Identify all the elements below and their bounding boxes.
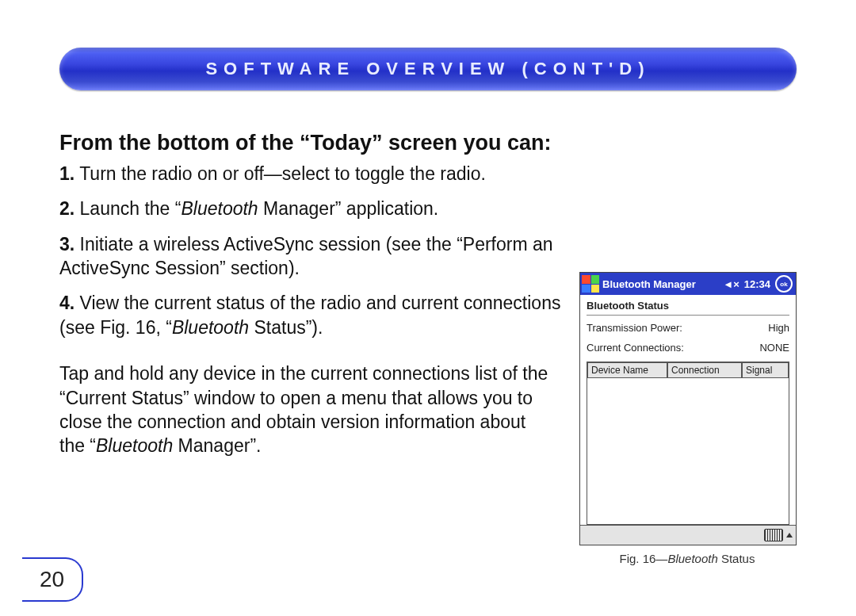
status-value: NONE	[759, 342, 789, 354]
titlebar-app-name: Bluetooth Manager	[602, 278, 720, 290]
italic-text: Bluetooth	[667, 552, 717, 565]
list-number: 4.	[59, 293, 75, 313]
pda-bottom-bar	[580, 525, 796, 545]
titlebar-time[interactable]: 12:34	[744, 278, 770, 290]
list-text: Initiate a wireless ActiveSync session (…	[59, 234, 553, 278]
numbered-list: 1. Turn the radio on or off—select to to…	[59, 162, 567, 339]
connections-table[interactable]: Device Name Connection Signal	[587, 362, 789, 525]
list-text: Turn the radio on or off—select to toggl…	[75, 163, 486, 184]
list-number: 3.	[59, 234, 75, 254]
status-value: High	[768, 322, 789, 334]
section-heading: From the bottom of the “Today” screen yo…	[59, 131, 801, 155]
header-title: SOFTWARE OVERVIEW (CONT'D)	[205, 59, 650, 79]
list-item: 3. Initiate a wireless ActiveSync sessio…	[59, 232, 567, 281]
italic-text: Bluetooth	[181, 198, 258, 219]
table-header-connection[interactable]: Connection	[667, 362, 742, 378]
status-row-connections: Current Connections: NONE	[587, 342, 789, 354]
page-number: 20	[40, 567, 64, 592]
sip-arrow-icon[interactable]	[786, 533, 793, 538]
table-body-empty[interactable]	[587, 378, 789, 524]
list-text: Status”).	[249, 317, 323, 338]
status-title: Bluetooth Status	[587, 300, 789, 312]
header-bar: SOFTWARE OVERVIEW (CONT'D)	[59, 48, 797, 90]
start-icon[interactable]	[582, 275, 599, 293]
list-number: 2.	[59, 198, 75, 219]
paragraph-text: Manager”.	[173, 435, 261, 456]
pda-titlebar[interactable]: Bluetooth Manager ◄× 12:34 ok	[580, 273, 796, 295]
italic-text: Bluetooth	[96, 435, 173, 456]
status-label: Current Connections:	[587, 342, 684, 354]
list-item: 4. View the current status of the radio …	[59, 291, 567, 339]
separator	[587, 315, 789, 316]
pda-screenshot: Bluetooth Manager ◄× 12:34 ok Bluetooth …	[579, 272, 797, 545]
table-header-device[interactable]: Device Name	[587, 362, 667, 378]
ok-close-icon[interactable]: ok	[775, 275, 793, 293]
caption-prefix: Fig. 16—	[620, 552, 668, 565]
table-header-signal[interactable]: Signal	[742, 362, 789, 378]
figure-bluetooth-status: Bluetooth Manager ◄× 12:34 ok Bluetooth …	[579, 272, 795, 565]
paragraph: Tap and hold any device in the current c…	[59, 362, 551, 457]
page-number-tab: 20	[22, 557, 83, 602]
keyboard-icon[interactable]	[764, 529, 783, 541]
list-item: 2. Launch the “Bluetooth Manager” applic…	[59, 197, 567, 220]
list-text: Manager” application.	[258, 198, 439, 219]
status-row-power: Transmission Power: High	[587, 322, 789, 334]
list-number: 1.	[59, 163, 75, 184]
manual-page: SOFTWARE OVERVIEW (CONT'D) From the bott…	[0, 0, 856, 616]
status-label: Transmission Power:	[587, 322, 682, 334]
caption-suffix: Status	[718, 552, 755, 565]
pda-body: Bluetooth Status Transmission Power: Hig…	[580, 295, 796, 525]
speaker-icon[interactable]: ◄×	[723, 278, 739, 290]
figure-caption: Fig. 16—Bluetooth Status	[579, 552, 795, 565]
list-text: Launch the “	[75, 198, 181, 219]
table-header-row: Device Name Connection Signal	[587, 362, 789, 378]
italic-text: Bluetooth	[172, 317, 249, 338]
list-item: 1. Turn the radio on or off—select to to…	[59, 162, 567, 186]
